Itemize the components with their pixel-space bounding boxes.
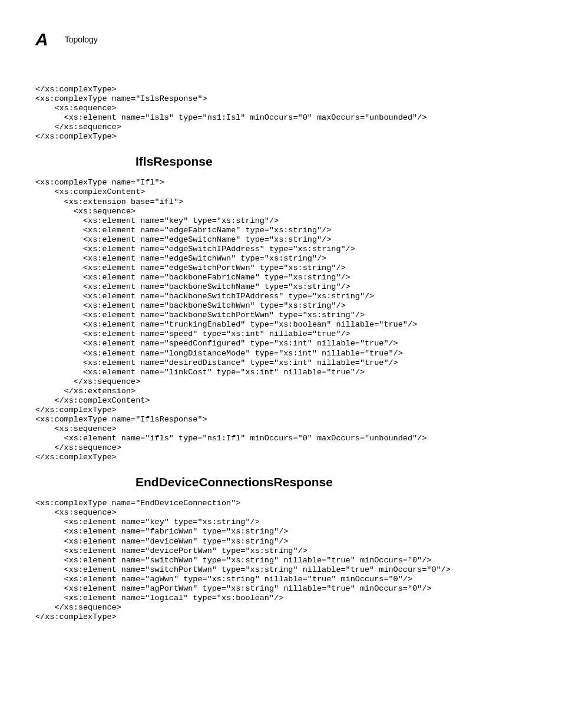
- appendix-letter: A: [35, 29, 48, 50]
- heading-end-device-connections-response: EndDeviceConnectionsResponse: [135, 475, 527, 489]
- section-name: Topology: [65, 35, 98, 44]
- code-block-ifl-complextype: <xs:complexType name="Ifl"> <xs:complexC…: [35, 178, 527, 415]
- code-block-closing-complextype: </xs:complexType>: [35, 85, 527, 94]
- code-block-ifls-response: <xs:complexType name="IflsResponse"> <xs…: [35, 415, 527, 462]
- code-block-end-device-connection: <xs:complexType name="EndDeviceConnectio…: [35, 499, 527, 622]
- heading-ifls-response: IflsResponse: [135, 154, 527, 169]
- document-page: A Topology </xs:complexType> <xs:complex…: [0, 0, 562, 728]
- code-block-isls-response: <xs:complexType name="IslsResponse"> <xs…: [35, 94, 527, 141]
- page-header: A Topology: [35, 29, 527, 50]
